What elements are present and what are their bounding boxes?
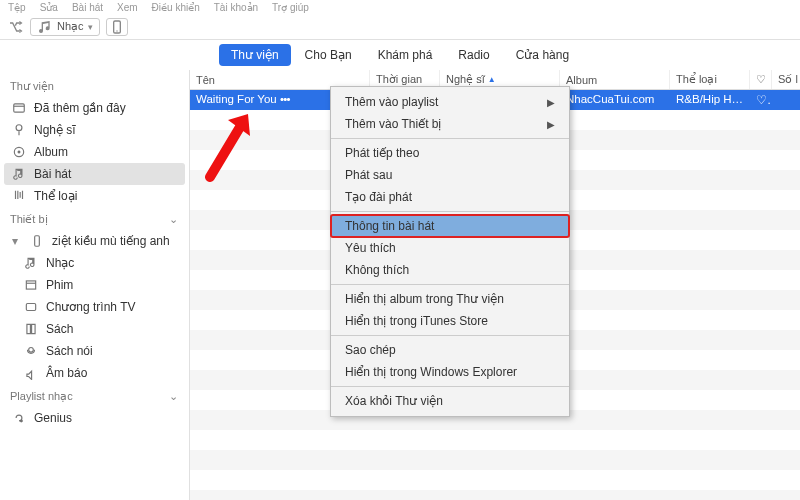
separator	[331, 284, 569, 285]
sidebar-item-label: Chương trình TV	[46, 300, 135, 314]
phone-icon	[109, 19, 125, 35]
svg-rect-2	[14, 104, 25, 112]
sort-asc-icon: ▲	[488, 75, 496, 84]
sidebar-item-label: Nhạc	[46, 256, 74, 270]
book-icon	[24, 322, 38, 336]
sidebar-item-genius[interactable]: Genius	[0, 407, 189, 429]
track-heart[interactable]: ♡	[750, 90, 772, 110]
movie-icon	[24, 278, 38, 292]
track-table: TênThời gianNghệ sĩ▲AlbumThể loại♡Số l W…	[190, 70, 800, 500]
tab-thư-viện[interactable]: Thư viện	[219, 44, 291, 66]
artist-icon	[12, 123, 26, 137]
tab-radio[interactable]: Radio	[446, 44, 501, 66]
audiobook-icon	[24, 344, 38, 358]
context-menu-item[interactable]: Thêm vào playlist▶	[331, 91, 569, 113]
svg-rect-7	[35, 236, 40, 247]
context-menu-item[interactable]: Tạo đài phát	[331, 186, 569, 208]
toolbar: Nhạc ▾	[0, 14, 800, 40]
track-name: Waiting For You	[196, 93, 277, 105]
context-menu-item[interactable]: Hiển thị trong iTunes Store	[331, 310, 569, 332]
sidebar-item-label: Nghệ sĩ	[34, 123, 76, 137]
chevron-down-icon[interactable]: ⌄	[169, 390, 179, 403]
sidebar-subitem-nhạc[interactable]: Nhạc	[0, 252, 189, 274]
svg-point-6	[18, 151, 20, 153]
column-header[interactable]: Thể loại	[670, 70, 750, 89]
svg-point-1	[116, 30, 117, 31]
tab-cho-bạn[interactable]: Cho Bạn	[293, 44, 364, 66]
svg-rect-10	[26, 304, 35, 311]
svg-point-12	[20, 420, 22, 422]
sidebar-subitem-sách-nói[interactable]: Sách nói	[0, 340, 189, 362]
context-menu-item[interactable]: Phát sau	[331, 164, 569, 186]
tab-khám-phá[interactable]: Khám phá	[366, 44, 445, 66]
separator	[331, 335, 569, 336]
sidebar-item-nghệ-sĩ[interactable]: Nghệ sĩ	[0, 119, 189, 141]
library-selector-label: Nhạc	[57, 20, 84, 33]
song-icon	[12, 167, 26, 181]
sidebar-subitem-âm-báo[interactable]: Âm báo	[0, 362, 189, 384]
menu-điều khiển[interactable]: Điều khiển	[152, 2, 200, 13]
context-menu-item[interactable]: Không thích	[331, 259, 569, 281]
menu-bài hát[interactable]: Bài hát	[72, 2, 103, 13]
device-button[interactable]	[106, 18, 128, 36]
table-row-empty	[190, 470, 800, 490]
menu-trợ giúp[interactable]: Trợ giúp	[272, 2, 309, 13]
chevron-down-icon[interactable]: ⌄	[169, 213, 179, 226]
menu-tệp[interactable]: Tệp	[8, 2, 26, 13]
separator	[331, 211, 569, 212]
menu-sửa[interactable]: Sửa	[40, 2, 58, 13]
separator	[331, 386, 569, 387]
sidebar-subitem-chương-trình-tv[interactable]: Chương trình TV	[0, 296, 189, 318]
sidebar-item-label: ziệt kiều mù tiếng anh	[52, 234, 170, 248]
sidebar-item-bài-hát[interactable]: Bài hát	[4, 163, 185, 185]
device-icon	[30, 234, 44, 248]
column-header[interactable]: Số l	[772, 70, 800, 89]
context-menu-item[interactable]: Thông tin bài hát	[331, 215, 569, 237]
svg-point-11	[29, 348, 34, 353]
sidebar-item-label: Đã thêm gần đây	[34, 101, 126, 115]
song-icon	[24, 256, 38, 270]
track-genre: R&B/Hip H…	[670, 90, 750, 110]
nav-tabs: Thư việnCho BạnKhám pháRadioCửa hàng	[0, 40, 800, 70]
context-menu-item[interactable]: Xóa khỏi Thư viện	[331, 390, 569, 412]
column-header[interactable]: Album	[560, 70, 670, 89]
caret-icon[interactable]: ▾	[12, 234, 22, 248]
genre-icon	[12, 189, 26, 203]
tab-cửa-hàng[interactable]: Cửa hàng	[504, 44, 581, 66]
sidebar-item-ziệt-kiều-mù-tiếng-anh[interactable]: ▾ziệt kiều mù tiếng anh	[0, 230, 189, 252]
context-menu-item[interactable]: Thêm vào Thiết bị▶	[331, 113, 569, 135]
sidebar-subitem-phim[interactable]: Phim	[0, 274, 189, 296]
context-menu-item[interactable]: Hiển thị album trong Thư viện	[331, 288, 569, 310]
context-menu-item[interactable]: Phát tiếp theo	[331, 142, 569, 164]
menu-xem[interactable]: Xem	[117, 2, 138, 13]
separator	[331, 138, 569, 139]
sidebar-subitem-sách[interactable]: Sách	[0, 318, 189, 340]
shuffle-icon[interactable]	[8, 19, 24, 35]
chevron-right-icon: ▶	[547, 97, 555, 108]
context-menu-item[interactable]: Sao chép	[331, 339, 569, 361]
context-menu-item[interactable]: Hiển thị trong Windows Explorer	[331, 361, 569, 383]
sidebar-item-label: Thể loại	[34, 189, 77, 203]
menu-tài khoản[interactable]: Tài khoản	[214, 2, 258, 13]
sidebar-item-đã-thêm-gần-đây[interactable]: Đã thêm gần đây	[0, 97, 189, 119]
sidebar-item-label: Phim	[46, 278, 73, 292]
recent-icon	[12, 101, 26, 115]
sidebar-item-thể-loại[interactable]: Thể loại	[0, 185, 189, 207]
context-menu-item[interactable]: Yêu thích	[331, 237, 569, 259]
svg-rect-8	[26, 281, 35, 289]
tv-icon	[24, 300, 38, 314]
sidebar-item-label: Genius	[34, 411, 72, 425]
menubar: TệpSửaBài hátXemĐiều khiểnTài khoảnTrợ g…	[0, 0, 800, 14]
sidebar-item-album[interactable]: Album	[0, 141, 189, 163]
table-row-empty	[190, 450, 800, 470]
album-icon	[12, 145, 26, 159]
table-row-empty	[190, 490, 800, 500]
library-selector[interactable]: Nhạc ▾	[30, 18, 100, 36]
table-row-empty	[190, 430, 800, 450]
svg-point-4	[16, 125, 22, 131]
sidebar-group-title: Playlist nhạc⌄	[0, 384, 189, 407]
column-header[interactable]: ♡	[750, 70, 772, 89]
tone-icon	[24, 366, 38, 380]
more-dots-icon[interactable]: • • •	[280, 93, 288, 105]
sidebar-group-title: Thiết bị⌄	[0, 207, 189, 230]
